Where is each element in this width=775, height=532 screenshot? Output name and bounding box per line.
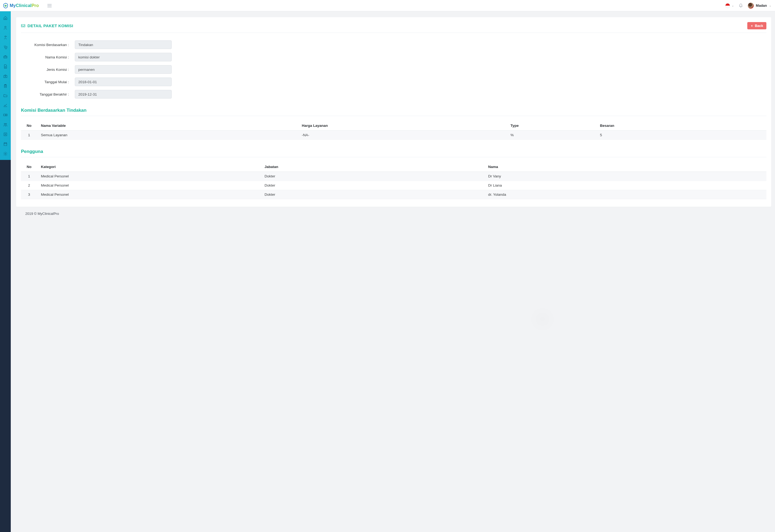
- th-jabatan: Jabatan: [261, 162, 484, 172]
- medkit-icon: [3, 74, 8, 78]
- sidebar-item-folder[interactable]: [0, 91, 11, 100]
- sidebar-item-plus-box[interactable]: [0, 130, 11, 139]
- sidebar: [0, 11, 11, 532]
- sidebar-toggle[interactable]: [47, 4, 52, 7]
- cell-jabatan: Dokter: [261, 181, 484, 190]
- form-row: Jenis Komisi :permanen: [21, 65, 172, 74]
- th-harga: Harga Layanan: [298, 121, 507, 130]
- tindakan-table: No Nama Variable Harga Layanan Type Besa…: [21, 121, 766, 140]
- arrow-left-icon: [751, 24, 753, 27]
- inbox-icon: [21, 24, 25, 27]
- clipboard-icon: [3, 84, 8, 88]
- footer-text: 2019 © MyClinicalPro: [16, 207, 771, 220]
- cell-jabatan: Dokter: [261, 190, 484, 199]
- gear-icon: [3, 151, 8, 156]
- cell-kategori: Medical Personel: [37, 172, 261, 181]
- cell-no: 1: [21, 130, 37, 140]
- flag-icon: [725, 3, 730, 8]
- patient-icon: [3, 35, 8, 40]
- notifications-icon[interactable]: [739, 3, 743, 8]
- sidebar-item-clipboard[interactable]: [0, 81, 11, 90]
- sidebar-item-home[interactable]: [0, 13, 11, 23]
- language-switcher[interactable]: ⌄: [725, 3, 734, 8]
- chart-line-icon: [3, 103, 8, 107]
- sidebar-item-gear[interactable]: [0, 149, 11, 158]
- home-icon: [3, 16, 8, 20]
- divider: [21, 116, 766, 116]
- th-nama: Nama: [484, 162, 766, 172]
- form-row: Tanggal Berakhir :2019-12-31: [21, 90, 172, 98]
- form-row: Nama Komisi :komisi dokter: [21, 53, 172, 61]
- section-title-tindakan: Komisi Berdasarkan Tindakan: [21, 108, 766, 113]
- cell-kategori: Medical Personel: [37, 181, 261, 190]
- th-nama: Nama Variable: [37, 121, 298, 130]
- logo-text: MyClinicalPro: [10, 3, 39, 8]
- briefcase-icon: [3, 55, 8, 59]
- cell-type: %: [507, 130, 596, 140]
- table-row: 1Semua Layanan-NA-%5: [21, 130, 766, 140]
- svg-rect-1: [5, 5, 7, 6]
- th-type: Type: [507, 121, 596, 130]
- folder-icon: [3, 93, 8, 98]
- sidebar-item-chart-line[interactable]: [0, 101, 11, 110]
- th-no: No: [21, 162, 37, 172]
- logo-icon: [3, 3, 9, 9]
- form-label: Jenis Komisi :: [21, 68, 75, 72]
- form-label: Tanggal Mulai :: [21, 80, 75, 84]
- app-logo[interactable]: MyClinicalPro: [3, 3, 39, 9]
- pengguna-table: No Kategori Jabatan Nama 1Medical Person…: [21, 162, 766, 199]
- sidebar-item-people[interactable]: [0, 120, 11, 129]
- form-label: Komisi Berdasarkan :: [21, 43, 75, 47]
- sidebar-item-file-x[interactable]: [0, 62, 11, 71]
- chevron-down-icon: ⌄: [769, 4, 771, 7]
- user-name: Madan: [756, 3, 767, 8]
- form-row: Komisi Berdasarkan :Tindakan: [21, 40, 172, 49]
- form-row: Tanggal Mulai :2018-01-01: [21, 77, 172, 86]
- sidebar-item-stethoscope[interactable]: [0, 43, 11, 52]
- cash-icon: [3, 113, 8, 117]
- avatar: [748, 3, 754, 9]
- sidebar-item-user[interactable]: [0, 23, 11, 32]
- form-value: Tindakan: [75, 40, 172, 49]
- user-menu[interactable]: Madan ⌄: [748, 3, 771, 9]
- cell-nama: dr. Yolanda: [484, 190, 766, 199]
- cell-nama: Semua Layanan: [37, 130, 298, 140]
- th-besaran: Besaran: [596, 121, 766, 130]
- user-icon: [3, 26, 8, 30]
- back-button-label: Back: [755, 24, 763, 28]
- cell-no: 2: [21, 181, 37, 190]
- th-kategori: Kategori: [37, 162, 261, 172]
- table-row: 1Medical PersonelDokterDr Vany: [21, 172, 766, 181]
- plus-box-icon: [3, 132, 8, 136]
- topbar: MyClinicalPro ⌄ Madan ⌄: [0, 0, 775, 11]
- sidebar-item-medkit[interactable]: [0, 72, 11, 81]
- page-title: DETAIL PAKET KOMISI: [21, 23, 73, 28]
- cell-besaran: 5: [596, 130, 766, 140]
- table-row: 2Medical PersonelDokterDr Liana: [21, 181, 766, 190]
- stethoscope-icon: [3, 45, 8, 49]
- sidebar-spacer: [0, 160, 11, 532]
- sidebar-item-patient[interactable]: [0, 33, 11, 42]
- sidebar-item-briefcase[interactable]: [0, 52, 11, 61]
- sidebar-item-calendar[interactable]: [0, 139, 11, 149]
- detail-card: DETAIL PAKET KOMISI Back Komisi Berdasar…: [16, 17, 771, 207]
- form-label: Tanggal Berakhir :: [21, 92, 75, 96]
- cell-nama: Dr Vany: [484, 172, 766, 181]
- cell-kategori: Medical Personel: [37, 190, 261, 199]
- people-icon: [3, 122, 8, 127]
- form-value: 2018-01-01: [75, 77, 172, 86]
- file-x-icon: [3, 64, 8, 69]
- section-title-pengguna: Pengguna: [21, 149, 766, 154]
- cell-harga: -NA-: [298, 130, 507, 140]
- form-value: permanen: [75, 65, 172, 74]
- form-value: komisi dokter: [75, 53, 172, 61]
- chevron-down-icon: ⌄: [732, 4, 734, 7]
- form-label: Nama Komisi :: [21, 55, 75, 59]
- cell-nama: Dr Liana: [484, 181, 766, 190]
- sidebar-item-cash[interactable]: [0, 110, 11, 119]
- back-button[interactable]: Back: [747, 22, 766, 29]
- cell-jabatan: Dokter: [261, 172, 484, 181]
- cell-no: 3: [21, 190, 37, 199]
- table-row: 3Medical PersonelDokterdr. Yolanda: [21, 190, 766, 199]
- form-value: 2019-12-31: [75, 90, 172, 98]
